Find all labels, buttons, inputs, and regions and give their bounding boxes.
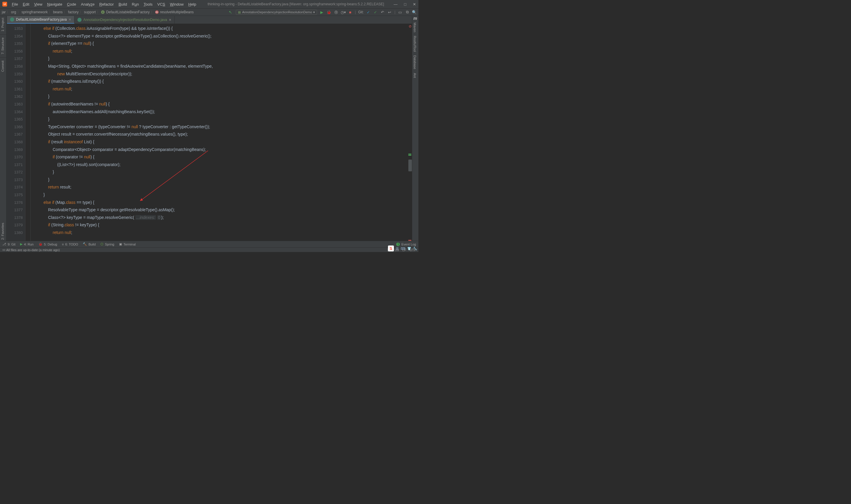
menu-refactor[interactable]: Refactor (97, 1, 115, 7)
tool-database[interactable]: Database (412, 53, 418, 71)
tab-label: AnnotationDependencyInjectionResolutionD… (83, 18, 167, 22)
close-tab-icon[interactable]: ✕ (69, 18, 71, 22)
crumb-springframework[interactable]: springframework (22, 10, 48, 14)
nav-back-icon[interactable]: ↖ (229, 10, 232, 15)
ide-settings-icon[interactable]: ⧉ (405, 10, 410, 15)
debug-button-icon[interactable]: 🐞 (327, 10, 331, 15)
menu-help[interactable]: Help (186, 1, 198, 7)
tool-maven[interactable]: Maven (412, 21, 418, 34)
git-update-icon[interactable]: ✓ (366, 10, 371, 15)
crumb-support[interactable]: support (84, 10, 96, 14)
run-config-icon: ▦ (238, 10, 241, 14)
status-bar: ▭ All files are up-to-date (a minute ago… (0, 247, 418, 252)
spring-icon: ⬡ (101, 242, 104, 246)
fold-column[interactable] (25, 24, 31, 243)
menu-vcs[interactable]: VCS (156, 1, 167, 7)
java-file-icon (10, 17, 14, 22)
breadcrumbs: jar〉 org〉 springframework〉 beans〉 factor… (2, 10, 194, 15)
right-tool-strip: m Maven RestfulTool Database Ant (412, 16, 418, 243)
menu-code[interactable]: Code (65, 1, 78, 7)
crumb-factory[interactable]: factory (68, 10, 78, 14)
close-tab-icon[interactable]: ✕ (169, 18, 171, 22)
ime-key-icon[interactable]: ⌨ (401, 247, 405, 251)
code-editor[interactable]: 1353135413551356135713581359136013611362… (6, 24, 412, 243)
ime-tool-icon[interactable]: 🔧 (413, 247, 417, 251)
close-button[interactable]: ✕ (413, 2, 416, 6)
ime-skin-icon[interactable]: 👕 (407, 247, 411, 251)
code-area[interactable]: else if (Collection.class.isAssignableFr… (31, 24, 408, 243)
menu-build[interactable]: Build (117, 1, 129, 7)
editor-tabs: DefaultListableBeanFactory.java ✕ Annota… (0, 16, 418, 24)
tool-git[interactable]: ⎇9: Git (2, 242, 15, 246)
project-structure-icon[interactable]: ▭ (398, 10, 402, 15)
tab-annotation-demo[interactable]: AnnotationDependencyInjectionResolutionD… (74, 16, 175, 24)
maven-logo-icon: m (412, 15, 418, 21)
search-everywhere-icon[interactable]: 🔍 (412, 10, 417, 15)
maximize-button[interactable]: □ (404, 2, 406, 6)
ime-lang-icon[interactable]: 英 (396, 246, 399, 251)
tool-favorites[interactable]: 2: Favorites (0, 221, 5, 241)
todo-icon: ≡ (62, 242, 64, 246)
tool-build[interactable]: 🔨Build (83, 242, 95, 246)
scrollbar-thumb[interactable] (409, 160, 412, 172)
bottom-tool-bar: ⎇9: Git ▶4: Run 🐞5: Debug ≡6: TODO 🔨Buil… (0, 241, 418, 247)
crumb-jar[interactable]: jar (2, 10, 6, 14)
crumb-class[interactable]: DefaultListableBeanFactory (106, 10, 149, 14)
tool-terminal[interactable]: ▣Terminal (119, 242, 136, 246)
crumb-org[interactable]: org (11, 10, 16, 14)
tool-debug[interactable]: 🐞5: Debug (38, 242, 57, 246)
menu-analyze[interactable]: Analyze (79, 1, 96, 7)
marker[interactable] (409, 155, 411, 156)
marker[interactable] (409, 154, 411, 155)
menu-edit[interactable]: Edit (21, 1, 31, 7)
tool-restful[interactable]: RestfulTool (412, 34, 418, 53)
tool-structure[interactable]: 7: Structure (0, 36, 5, 56)
crumb-method[interactable]: resolveMultipleBeans (160, 10, 194, 14)
left-tool-strip: 1: Project 7: Structure Commit 2: Favori… (0, 16, 6, 243)
crumb-beans[interactable]: beans (53, 10, 62, 14)
coverage-button-icon[interactable]: ⦿ (333, 10, 338, 15)
tool-spring[interactable]: ⬡Spring (101, 242, 114, 246)
profile-button-icon[interactable]: ◷▾ (341, 10, 345, 15)
method-icon: m (155, 10, 159, 14)
ime-tray: S 英 ⌨ 👕 🔧 (388, 246, 417, 251)
terminal-icon: ▣ (119, 242, 122, 246)
tool-run[interactable]: ▶4: Run (20, 242, 33, 246)
bug-icon: 🐞 (38, 242, 42, 246)
git-commit-icon[interactable]: ✓ (373, 10, 378, 15)
ide-logo-icon: IJ (2, 2, 7, 6)
branch-icon: ⎇ (2, 242, 6, 246)
dropdown-icon: ▾ (313, 10, 315, 14)
hammer-icon: 🔨 (83, 242, 87, 246)
java-file-icon (77, 18, 82, 22)
git-label: Git: (358, 10, 364, 14)
title-bar: IJ File Edit View Navigate Code Analyze … (0, 0, 418, 8)
play-icon: ▶ (20, 242, 22, 246)
tab-label: DefaultListableBeanFactory.java (16, 17, 67, 22)
stop-button-icon[interactable]: ■ (348, 10, 352, 15)
error-stripe[interactable]: ⊘ (408, 24, 412, 243)
menu-view[interactable]: View (32, 1, 44, 7)
status-icon: ▭ (2, 248, 5, 252)
minimize-button[interactable]: — (394, 2, 397, 6)
menu-run[interactable]: Run (130, 1, 141, 7)
menu-file[interactable]: File (10, 1, 20, 7)
run-config-name: AnnotationDependencyInjectionResolutionD… (242, 10, 312, 14)
run-button-icon[interactable]: ▶ (320, 10, 324, 15)
tool-todo[interactable]: ≡6: TODO (62, 242, 78, 246)
menu-tools[interactable]: Tools (142, 1, 154, 7)
status-message: All files are up-to-date (a minute ago) (6, 248, 60, 252)
menu-window[interactable]: Window (168, 1, 185, 7)
navigation-bar: jar〉 org〉 springframework〉 beans〉 factor… (0, 8, 418, 16)
inspection-warning-icon[interactable]: ⊘ (409, 24, 412, 29)
tool-ant[interactable]: Ant (412, 71, 418, 80)
sogou-ime-icon[interactable]: S (388, 246, 394, 251)
tab-default-listable-bean-factory[interactable]: DefaultListableBeanFactory.java ✕ (7, 16, 74, 24)
run-configuration-selector[interactable]: ▦ AnnotationDependencyInjectionResolutio… (236, 10, 317, 15)
menu-navigate[interactable]: Navigate (45, 1, 64, 7)
tool-project[interactable]: 1: Project (0, 16, 5, 33)
line-number-gutter: 1353135413551356135713581359136013611362… (6, 24, 25, 243)
git-history-icon[interactable]: ↶ (380, 10, 385, 15)
git-revert-icon[interactable]: ↩ (387, 10, 392, 15)
tool-commit[interactable]: Commit (0, 59, 5, 74)
